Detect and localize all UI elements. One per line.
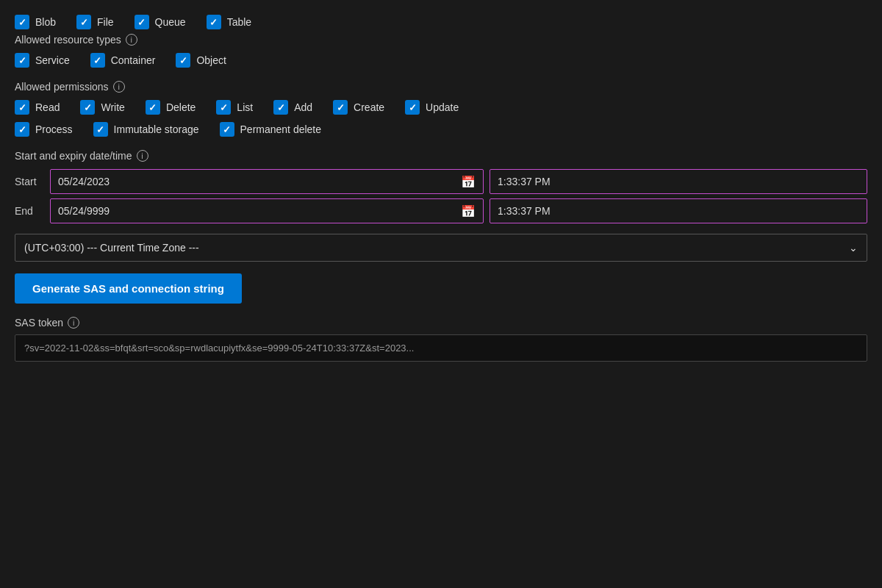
permissions-label: Allowed permissions i xyxy=(15,81,867,93)
checkbox-object-indicator xyxy=(176,53,190,68)
sas-token-label: SAS token i xyxy=(15,317,867,329)
chevron-down-icon: ⌄ xyxy=(849,242,858,254)
checkbox-immutable-indicator xyxy=(93,122,108,137)
resource-types-checkboxes: Service Container Object xyxy=(15,53,867,68)
checkbox-file-indicator xyxy=(76,15,91,29)
services-checkboxes: Blob File Queue Table xyxy=(15,15,867,29)
checkbox-process[interactable]: Process xyxy=(15,122,73,137)
start-calendar-icon[interactable]: 📅 xyxy=(461,175,476,189)
sas-token-info-icon[interactable]: i xyxy=(68,317,79,329)
permissions-checkboxes-row2: Process Immutable storage Permanent dele… xyxy=(15,122,867,137)
checkbox-list-label: List xyxy=(237,101,253,113)
end-calendar-icon[interactable]: 📅 xyxy=(461,204,476,218)
checkbox-service-label: Service xyxy=(35,54,70,66)
checkbox-queue-indicator xyxy=(135,15,149,29)
allowed-permissions-section: Allowed permissions i Read Write Delete … xyxy=(15,81,867,137)
checkbox-immutable-label: Immutable storage xyxy=(114,123,199,135)
checkbox-permanent-delete-indicator xyxy=(220,122,234,137)
checkbox-service-indicator xyxy=(15,53,29,68)
checkbox-file-label: File xyxy=(97,16,114,28)
datetime-section: Start and expiry date/time i Start 📅 End… xyxy=(15,150,867,223)
checkbox-blob-indicator xyxy=(15,15,29,29)
datetime-info-icon[interactable]: i xyxy=(137,150,148,162)
checkbox-add[interactable]: Add xyxy=(273,100,312,115)
resource-types-label: Allowed resource types i xyxy=(15,34,867,46)
checkbox-write-label: Write xyxy=(101,101,124,113)
timezone-dropdown[interactable]: (UTC+03:00) --- Current Time Zone --- ⌄ xyxy=(15,234,867,262)
checkbox-container-indicator xyxy=(90,53,105,68)
end-label: End xyxy=(15,205,44,217)
checkbox-blob-label: Blob xyxy=(35,16,56,28)
checkbox-blob[interactable]: Blob xyxy=(15,15,56,29)
checkbox-immutable[interactable]: Immutable storage xyxy=(93,122,199,137)
checkbox-delete-indicator xyxy=(146,100,160,115)
checkbox-object-label: Object xyxy=(196,54,226,66)
end-datetime-row: End 📅 xyxy=(15,198,867,223)
permissions-info-icon[interactable]: i xyxy=(113,81,125,93)
sas-token-value: ?sv=2022-11-02&ss=bfqt&srt=sco&sp=rwdlac… xyxy=(15,334,867,362)
checkbox-read-label: Read xyxy=(35,101,60,113)
checkbox-delete-label: Delete xyxy=(166,101,196,113)
end-time-wrapper xyxy=(490,198,867,223)
checkbox-update-indicator xyxy=(405,100,420,115)
checkbox-write[interactable]: Write xyxy=(80,100,124,115)
end-time-input[interactable] xyxy=(490,199,867,223)
checkbox-list-indicator xyxy=(216,100,231,115)
checkbox-table[interactable]: Table xyxy=(207,15,251,29)
datetime-label: Start and expiry date/time i xyxy=(15,150,867,162)
sas-token-section: SAS token i ?sv=2022-11-02&ss=bfqt&srt=s… xyxy=(15,317,867,362)
checkbox-permanent-delete[interactable]: Permanent delete xyxy=(220,122,322,137)
start-time-input[interactable] xyxy=(490,170,867,193)
start-datetime-row: Start 📅 xyxy=(15,169,867,194)
start-time-wrapper xyxy=(490,169,867,194)
resource-types-info-icon[interactable]: i xyxy=(126,34,137,46)
checkbox-add-indicator xyxy=(273,100,288,115)
end-date-input[interactable] xyxy=(51,199,483,223)
checkbox-process-indicator xyxy=(15,122,29,137)
start-date-wrapper: 📅 xyxy=(50,169,484,194)
checkbox-write-indicator xyxy=(80,100,95,115)
timezone-value: (UTC+03:00) --- Current Time Zone --- xyxy=(24,242,199,254)
checkbox-read[interactable]: Read xyxy=(15,100,60,115)
checkbox-create-label: Create xyxy=(354,101,384,113)
start-date-input[interactable] xyxy=(51,170,483,193)
checkbox-queue[interactable]: Queue xyxy=(135,15,186,29)
checkbox-update[interactable]: Update xyxy=(405,100,459,115)
generate-sas-button[interactable]: Generate SAS and connection string xyxy=(15,273,242,304)
checkbox-process-label: Process xyxy=(35,123,73,135)
checkbox-read-indicator xyxy=(15,100,29,115)
checkbox-service[interactable]: Service xyxy=(15,53,70,68)
checkbox-queue-label: Queue xyxy=(155,16,186,28)
checkbox-list[interactable]: List xyxy=(216,100,253,115)
checkbox-permanent-delete-label: Permanent delete xyxy=(240,123,322,135)
checkbox-update-label: Update xyxy=(426,101,459,113)
start-label: Start xyxy=(15,176,44,187)
checkbox-create-indicator xyxy=(333,100,348,115)
checkbox-delete[interactable]: Delete xyxy=(146,100,196,115)
checkbox-add-label: Add xyxy=(294,101,312,113)
end-date-wrapper: 📅 xyxy=(50,198,484,223)
checkbox-object[interactable]: Object xyxy=(176,53,226,68)
checkbox-create[interactable]: Create xyxy=(333,100,384,115)
checkbox-table-indicator xyxy=(207,15,221,29)
checkbox-table-label: Table xyxy=(227,16,251,28)
checkbox-container[interactable]: Container xyxy=(90,53,156,68)
checkbox-file[interactable]: File xyxy=(76,15,114,29)
permissions-checkboxes-row1: Read Write Delete List Add Create xyxy=(15,100,867,115)
allowed-services-section: Blob File Queue Table xyxy=(15,15,867,29)
allowed-resource-types-section: Allowed resource types i Service Contain… xyxy=(15,34,867,68)
checkbox-container-label: Container xyxy=(111,54,156,66)
